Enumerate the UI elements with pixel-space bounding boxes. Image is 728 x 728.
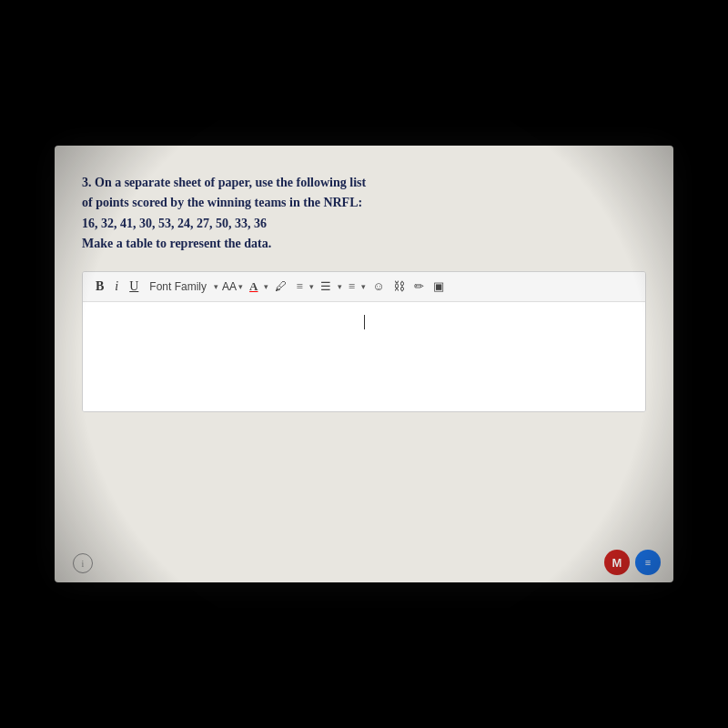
font-size-chevron: ▾: [238, 282, 243, 291]
emoji-icon[interactable]: ☺: [369, 278, 387, 296]
bottom-bar: i: [73, 553, 93, 573]
main-screen: 3. On a separate sheet of paper, use the…: [55, 146, 673, 582]
font-color-chevron: ▾: [264, 282, 268, 291]
editor-container: B i U Font Family ▾ AA ▾ A ▾ 🖊 ≡ ▾ ☰ ▾ ≡…: [82, 271, 646, 412]
underline-button[interactable]: U: [126, 278, 142, 296]
font-color-button[interactable]: A: [247, 278, 260, 296]
italic-button[interactable]: i: [111, 278, 122, 296]
attach-icon[interactable]: ✏: [411, 278, 427, 296]
question-block: 3. On a separate sheet of paper, use the…: [82, 173, 646, 255]
font-family-chevron: ▾: [214, 282, 218, 291]
font-size-label: AA: [222, 280, 237, 293]
indent-chevron: ▾: [361, 282, 366, 291]
editor-body[interactable]: [83, 302, 645, 411]
bold-button[interactable]: B: [92, 278, 107, 296]
link-icon[interactable]: ⛓: [390, 278, 408, 296]
indent-icon[interactable]: ≡: [346, 278, 358, 296]
question-line3: 16, 32, 41, 30, 53, 24, 27, 50, 33, 36: [82, 217, 267, 230]
align-icon[interactable]: ≡: [293, 278, 305, 296]
font-family-label: Font Family: [146, 280, 210, 293]
text-cursor: [364, 315, 365, 329]
list-icon[interactable]: ☰: [318, 278, 334, 296]
question-number: 3. On a separate sheet of paper, use the…: [82, 176, 366, 189]
taskbar-right: M ≡: [604, 550, 661, 575]
question-line2: of points scored by the winning teams in…: [82, 196, 362, 209]
docs-button[interactable]: ≡: [635, 550, 661, 575]
info-icon[interactable]: i: [73, 553, 93, 573]
question-line4: Make a table to represent the data.: [82, 237, 271, 250]
font-size-dropdown[interactable]: AA ▾: [222, 280, 243, 293]
gmail-button[interactable]: M: [604, 550, 630, 575]
highlight-icon[interactable]: 🖊: [272, 278, 289, 296]
list-chevron: ▾: [338, 282, 342, 291]
editor-toolbar: B i U Font Family ▾ AA ▾ A ▾ 🖊 ≡ ▾ ☰ ▾ ≡…: [83, 272, 645, 302]
image-icon[interactable]: ▣: [430, 278, 447, 296]
align-chevron: ▾: [309, 282, 314, 291]
